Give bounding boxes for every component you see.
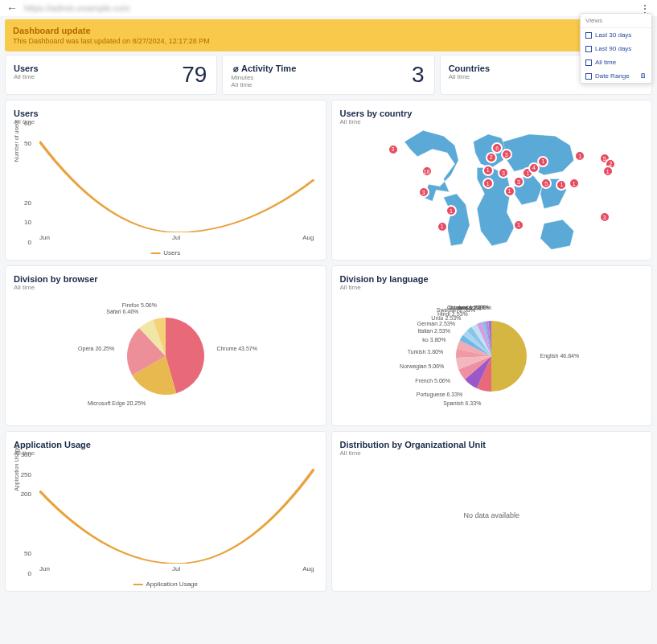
map-pin[interactable]: 18 bbox=[421, 166, 433, 177]
stat-card-activity: ⌀ Activity Time Minutes All time 3 bbox=[222, 55, 434, 95]
map-pin[interactable]: 3 bbox=[388, 144, 399, 155]
stat-title: ⌀ Activity Time bbox=[231, 64, 425, 74]
chart-division-browser: Division by browser All time Chrome 43.5… bbox=[5, 265, 326, 426]
pie-slice-label: Portuguese 6.33% bbox=[417, 392, 463, 397]
views-option-date-range[interactable]: Date Range🗓 bbox=[581, 69, 651, 83]
banner-subtitle: This Dashboard was last updated on 8/27/… bbox=[13, 37, 644, 45]
chart-sub: All time bbox=[14, 284, 318, 291]
chart-users-by-country: Users by country All time 31831126331111… bbox=[331, 100, 653, 260]
update-banner: Dashboard update This Dashboard was last… bbox=[5, 19, 652, 51]
map-pin[interactable]: 1 bbox=[482, 165, 494, 176]
y-axis: 050200250300 bbox=[17, 454, 33, 573]
legend-swatch bbox=[150, 252, 160, 254]
views-dropdown: Views Last 30 days Last 90 days All time… bbox=[580, 13, 652, 84]
pie-slice-label: Opera 20.25% bbox=[78, 346, 114, 351]
map-pin[interactable]: 3 bbox=[599, 211, 610, 223]
pie-slice-label: Firefox 5.06% bbox=[122, 302, 157, 308]
stat-value: 3 bbox=[412, 62, 425, 88]
views-option-all-time[interactable]: All time bbox=[581, 55, 651, 69]
pie-slice-label: French 5.06% bbox=[415, 378, 450, 384]
stats-row: Users All time 79 ⌀ Activity Time Minute… bbox=[5, 55, 652, 95]
map-pin[interactable]: 1 bbox=[482, 178, 494, 189]
pie-slice-label: Turkish 3.80% bbox=[408, 349, 443, 355]
views-dropdown-header: Views bbox=[581, 14, 651, 28]
chart-title: Distribution by Organizational Unit bbox=[340, 440, 644, 449]
plot bbox=[39, 123, 314, 232]
stat-sub: Minutes All time bbox=[231, 74, 425, 88]
map-pin[interactable]: 1 bbox=[513, 219, 524, 231]
pie-slice-label: ko 3.80% bbox=[422, 337, 446, 343]
pie-slice-label: German 2.53% bbox=[417, 321, 455, 326]
chart-sub: All time bbox=[340, 284, 644, 291]
map-pin[interactable]: 1 bbox=[569, 178, 580, 189]
x-axis: JunJulAug bbox=[39, 565, 314, 573]
stat-title: Users bbox=[14, 64, 208, 73]
pie-slice-label: Norwegian 5.06% bbox=[400, 363, 444, 369]
map-pin[interactable]: 1 bbox=[504, 186, 515, 197]
calendar-icon bbox=[585, 73, 592, 80]
pie-slice-label: Microsoft Edge 20.25% bbox=[88, 400, 146, 406]
map-pin[interactable]: 1 bbox=[537, 156, 548, 167]
map-pin[interactable]: 1 bbox=[556, 179, 567, 191]
pie-slice-label: Spanish 6.33% bbox=[443, 400, 481, 406]
x-axis: JunJulAug bbox=[39, 234, 314, 242]
calendar-icon bbox=[585, 46, 592, 52]
chart-plot-area: Number of users 010205060 JunJulAug bbox=[17, 123, 318, 242]
map-pin[interactable]: 3 bbox=[501, 149, 512, 160]
pie-slice-label: Safari 6.46% bbox=[106, 309, 138, 314]
y-axis: 010205060 bbox=[17, 123, 33, 242]
chart-legend: Users bbox=[150, 249, 180, 256]
stat-sub: All time bbox=[14, 73, 208, 80]
legend-swatch bbox=[133, 584, 143, 585]
chart-sub: All time bbox=[340, 449, 644, 457]
map-pin[interactable]: 1 bbox=[602, 166, 614, 177]
banner-title: Dashboard update bbox=[13, 26, 644, 35]
map-pin[interactable]: 3 bbox=[498, 167, 509, 178]
chart-title: Division by language bbox=[340, 274, 644, 284]
chart-title: Users bbox=[14, 109, 318, 118]
chart-title: Application Usage bbox=[14, 440, 318, 449]
views-option-last-90[interactable]: Last 90 days bbox=[581, 42, 651, 55]
chart-plot-area: Application Usage 050200250300 JunJulAug bbox=[17, 454, 318, 573]
row-2: Division by browser All time Chrome 43.5… bbox=[5, 265, 652, 426]
chart-users-line: Users All time Number of users 010205060… bbox=[5, 100, 326, 260]
stat-value: 79 bbox=[182, 62, 207, 88]
page-url-masked: https://admin.example.com bbox=[24, 3, 129, 13]
world-map[interactable]: 31831126331111314151115213 bbox=[339, 123, 646, 253]
row-3: Application Usage All time Application U… bbox=[5, 431, 652, 592]
map-pin[interactable]: 1 bbox=[446, 205, 457, 216]
calendar-picker-icon: 🗓 bbox=[640, 72, 647, 80]
chart-application-usage: Application Usage All time Application U… bbox=[5, 431, 326, 592]
chart-title: Division by browser bbox=[14, 274, 318, 284]
chart-legend: Application Usage bbox=[133, 580, 198, 588]
pie-slice-label: Arabic 0.00% bbox=[458, 305, 491, 310]
pie-slice-label: Italian 2.53% bbox=[417, 328, 450, 334]
chart-title: Users by country bbox=[340, 109, 644, 118]
map-pin[interactable]: 3 bbox=[418, 187, 429, 198]
plot bbox=[39, 454, 314, 564]
back-button[interactable]: ← bbox=[6, 2, 18, 14]
pie-slice-label: Chrome 43.57% bbox=[216, 346, 257, 351]
no-data-message: No data available bbox=[332, 511, 652, 519]
stat-card-users: Users All time 79 bbox=[5, 55, 217, 95]
pie-chart: Chrome 43.57%Microsoft Edge 20.25%Opera … bbox=[6, 295, 326, 417]
map-pin[interactable]: 1 bbox=[437, 221, 448, 232]
calendar-icon bbox=[585, 32, 592, 39]
topbar: ← https://admin.example.com ⋮ bbox=[0, 0, 657, 16]
pie-chart: English 46.84%Spanish 6.33%Portuguese 6.… bbox=[332, 295, 652, 417]
pie-slice-label: English 46.84% bbox=[540, 353, 580, 359]
views-option-last-30[interactable]: Last 30 days bbox=[581, 28, 651, 42]
calendar-icon bbox=[585, 59, 592, 66]
chart-distribution-ou: Distribution by Organizational Unit All … bbox=[331, 431, 653, 592]
row-1: Users All time Number of users 010205060… bbox=[5, 100, 652, 260]
chart-division-language: Division by language All time English 46… bbox=[331, 265, 653, 426]
